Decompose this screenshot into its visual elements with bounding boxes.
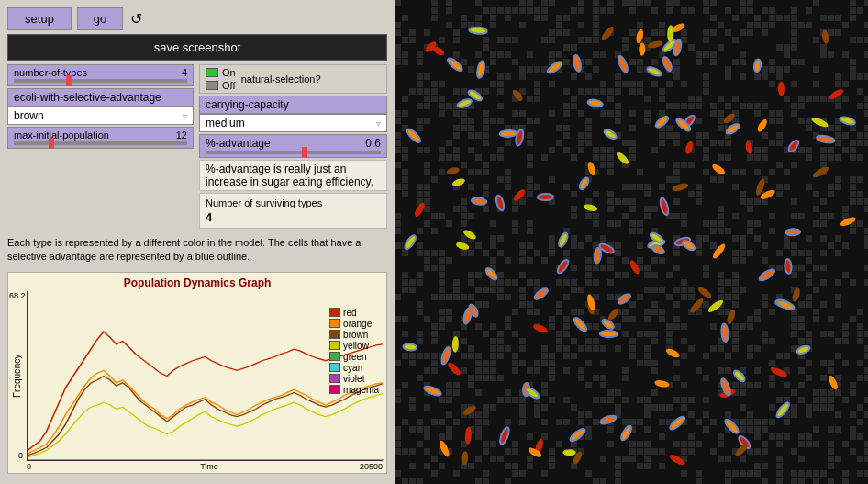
simulation-canvas xyxy=(395,0,868,484)
y-axis-label: Frequency xyxy=(12,291,25,461)
ecoli-label: ecoli-with-selective-advantage xyxy=(14,91,161,104)
x-max-label: 20500 xyxy=(360,462,383,471)
surviving-types-box: Number of surviving types 4 xyxy=(199,193,387,229)
simulation-panel xyxy=(395,0,868,484)
legend-item-red: red xyxy=(329,308,379,318)
x-axis-labels: 0 Time 20500 xyxy=(12,462,383,471)
carrying-capacity-value: medium xyxy=(206,117,245,129)
surviving-types-title: Number of surviving types xyxy=(206,197,381,208)
legend-label-red: red xyxy=(343,308,356,318)
slider-track-2 xyxy=(14,141,187,145)
legend-label-yellow: yellow xyxy=(343,341,369,351)
slider-thumb-3 xyxy=(302,147,307,158)
chart-area: Frequency 68.2 0 xyxy=(12,291,383,461)
ecoli-value: brown xyxy=(14,109,44,122)
legend-color-green xyxy=(329,352,340,361)
legend-color-yellow xyxy=(329,341,340,350)
pct-advantage-slider[interactable]: %-advantage 0.6 xyxy=(199,134,387,158)
slider-track xyxy=(14,79,187,83)
screenshot-button[interactable]: save screenshot xyxy=(7,34,387,61)
chart-legend: red orange brown yellow xyxy=(329,308,379,395)
toggle-on-label: On xyxy=(222,67,236,78)
legend-label-brown: brown xyxy=(343,330,368,340)
toggle-off-label: Off xyxy=(222,80,235,91)
max-initial-population-slider[interactable]: max-initial-population 12 xyxy=(7,127,194,149)
natural-selection-row: On Off natural-selection? xyxy=(199,64,387,94)
y-min-label: 0 xyxy=(18,451,23,460)
legend-item-cyan: cyan xyxy=(329,363,379,373)
legend-item-yellow: yellow xyxy=(329,341,379,351)
legend-label-orange: orange xyxy=(343,319,372,329)
top-controls: setup go ↺ xyxy=(7,7,387,30)
slider-track-3 xyxy=(206,151,381,154)
legend-color-violet xyxy=(329,374,340,383)
carrying-capacity-dropdown[interactable]: medium ▿ xyxy=(199,114,387,132)
controls-section: number-of-types 4 ecoli-with-selective-a… xyxy=(7,64,387,229)
dropdown-arrow-2-icon: ▿ xyxy=(376,118,381,129)
pct-advantage-description: %-advantage is really just an increase i… xyxy=(206,163,373,188)
legend-label-magenta: magenta xyxy=(343,385,379,395)
legend-color-orange xyxy=(329,319,340,328)
legend-item-green: green xyxy=(329,352,379,362)
max-initial-population-label: max-initial-population xyxy=(14,129,109,141)
legend-color-magenta xyxy=(329,385,340,394)
legend-color-red xyxy=(329,308,340,317)
max-initial-population-value: 12 xyxy=(176,129,187,141)
surviving-types-value: 4 xyxy=(206,210,381,224)
y-max-label: 68.2 xyxy=(9,291,26,300)
legend-label-cyan: cyan xyxy=(343,363,362,373)
carrying-capacity-label: carrying-capacity xyxy=(206,98,289,111)
left-controls: number-of-types 4 ecoli-with-selective-a… xyxy=(7,64,194,229)
toggle-off-button[interactable]: Off xyxy=(206,80,236,91)
pct-advantage-description-box: %-advantage is really just an increase i… xyxy=(199,160,387,191)
off-light xyxy=(206,81,218,90)
legend-item-magenta: magenta xyxy=(329,385,379,395)
go-button[interactable]: go xyxy=(77,7,123,30)
carrying-capacity-label-row: carrying-capacity xyxy=(199,96,387,114)
chart-container: Population Dynamics Graph Frequency 68.2… xyxy=(7,272,387,474)
number-of-types-label: number-of-types xyxy=(14,67,87,78)
legend-item-brown: brown xyxy=(329,330,379,340)
toggle-group: On Off xyxy=(206,67,236,91)
dropdown-arrow-icon: ▿ xyxy=(183,111,187,121)
natural-selection-label: natural-selection? xyxy=(241,73,321,84)
legend-item-violet: violet xyxy=(329,374,379,384)
right-controls-panel: On Off natural-selection? carrying-capac… xyxy=(199,64,387,229)
number-of-types-value: 4 xyxy=(182,67,187,78)
number-of-types-slider[interactable]: number-of-types 4 xyxy=(7,64,194,86)
ecoli-dropdown[interactable]: brown ▿ xyxy=(7,107,194,125)
slider-thumb-2 xyxy=(49,138,54,149)
legend-color-cyan xyxy=(329,363,340,372)
left-panel: setup go ↺ save screenshot number-of-typ… xyxy=(0,0,395,484)
legend-label-green: green xyxy=(343,352,367,362)
setup-button[interactable]: setup xyxy=(7,7,72,30)
legend-label-violet: violet xyxy=(343,374,364,384)
on-light xyxy=(206,68,218,77)
refresh-icon[interactable]: ↺ xyxy=(130,10,142,28)
legend-item-orange: orange xyxy=(329,319,379,329)
info-text: Each type is represented by a different … xyxy=(7,236,387,265)
slider-thumb xyxy=(66,75,72,86)
ecoli-label-row: ecoli-with-selective-advantage xyxy=(7,88,194,107)
toggle-on-button[interactable]: On xyxy=(206,67,236,78)
x-min-label: 0 xyxy=(27,462,31,471)
pct-advantage-value: 0.6 xyxy=(365,137,381,150)
chart-title: Population Dynamics Graph xyxy=(12,276,383,289)
legend-color-brown xyxy=(329,330,340,339)
chart-inner: 68.2 0 red xyxy=(27,291,383,461)
x-axis-time-label: Time xyxy=(200,462,218,471)
pct-advantage-label: %-advantage xyxy=(206,137,271,150)
